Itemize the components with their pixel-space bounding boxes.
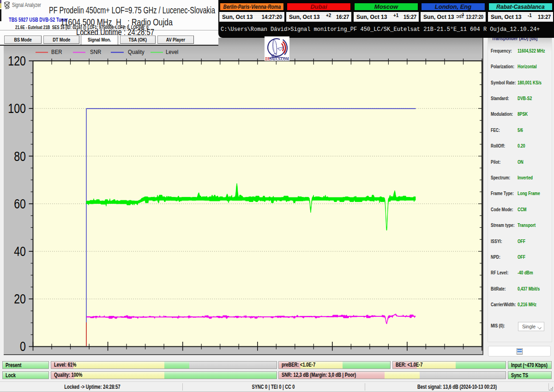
svg-text:DXSATCS.COM: DXSATCS.COM — [265, 56, 289, 61]
